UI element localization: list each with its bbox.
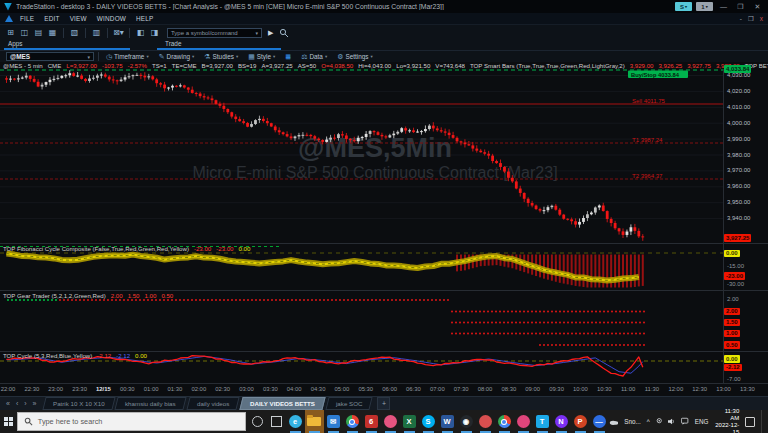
start-button[interactable] (0, 410, 17, 433)
onedrive-cloud-icon[interactable] (609, 418, 619, 426)
excel-icon[interactable]: X (400, 410, 419, 433)
powerpoint-icon[interactable]: P (571, 410, 590, 433)
prev-workspace-button[interactable]: ‹ (14, 400, 20, 407)
settings-icon: ⚙ (337, 53, 343, 61)
tray-chevron[interactable]: ^ (647, 418, 650, 425)
studies-button[interactable]: ⚗Studies▾ (201, 53, 241, 61)
menu-view[interactable]: VIEW (65, 15, 92, 22)
symbol-link-badge-s[interactable]: S▾ (675, 2, 692, 11)
app-blue-icon[interactable]: — (590, 410, 609, 433)
balance-icon[interactable]: ◨ (149, 28, 160, 37)
maps-icon[interactable]: ◉ (457, 410, 476, 433)
clock[interactable]: 11:30 AM 2022-12-15 (714, 408, 739, 433)
save-workspace-icon[interactable]: ▦ (47, 28, 58, 37)
data-button[interactable]: ⚖Data▾ (298, 53, 330, 61)
skype-icon[interactable]: S (419, 410, 438, 433)
first-workspace-button[interactable]: « (4, 400, 12, 407)
chrome-2-icon[interactable] (495, 410, 514, 433)
style-button[interactable]: ▦Style▾ (245, 53, 278, 61)
new-window-icon[interactable]: ⊞ (5, 28, 16, 37)
indicator-label-segment: 1.00 (145, 292, 157, 299)
onedrive-status-text[interactable]: Sno... (624, 418, 640, 425)
workspace-tab-patrik-10-x-10-x10[interactable]: Patrik 10 X 10 X10 (42, 397, 115, 410)
workspace-tab-daily-videos[interactable]: daily videos (186, 397, 240, 410)
time-tick: 03:30 (257, 386, 283, 392)
timeframe-label: Timeframe (114, 53, 144, 60)
task-view-icon[interactable] (267, 410, 286, 433)
cortana-icon[interactable] (248, 410, 267, 433)
symbol-link-badge-1[interactable]: 1▾ (696, 2, 713, 11)
indicator-label-segment: TOP Gear Trader (5,2,1,2,Green,Red) (3, 292, 106, 299)
menu-help[interactable]: HELP (131, 15, 159, 22)
price-badge: 1.50 (724, 319, 740, 327)
chevron-down-icon: ▾ (371, 54, 373, 59)
app-brain-icon[interactable] (476, 410, 495, 433)
app-purple-icon[interactable]: N (552, 410, 571, 433)
mail-icon[interactable]: ✉ (324, 410, 343, 433)
price-tick: 3,960.00 (727, 183, 750, 190)
print-icon[interactable]: ▥ (91, 28, 102, 37)
group-label-apps[interactable]: Apps (8, 40, 23, 47)
toolbar-group-row: Apps Trade (0, 40, 768, 50)
price-chart[interactable]: @MES,5MinMicro E-mini S&P 500 Continuous… (0, 69, 768, 396)
app-magenta-icon[interactable] (514, 410, 533, 433)
file-explorer-icon[interactable] (305, 410, 324, 433)
new-chart-icon[interactable]: ▧ (69, 28, 80, 37)
search-icon[interactable] (279, 28, 289, 38)
run-command-button[interactable]: ▶ (268, 29, 273, 37)
volume-icon[interactable] (668, 417, 675, 426)
app-red-icon[interactable]: 6 (362, 410, 381, 433)
price-axis[interactable]: 4,030.004,020.004,010.004,000.003,990.00… (723, 0, 768, 396)
show-desktop-button[interactable] (761, 410, 764, 433)
symbol-selector[interactable]: @MES ▾ (6, 52, 94, 61)
time-tick: 06:30 (400, 386, 426, 392)
chevron-down-icon: ▾ (236, 54, 238, 59)
word-icon[interactable]: W (438, 410, 457, 433)
time-axis[interactable]: 22:0022:3023:0023:3012/1500:3001:0001:30… (0, 384, 768, 396)
tradestation-icon[interactable]: T (533, 410, 552, 433)
add-workspace-button[interactable]: + (377, 397, 390, 410)
drawing-button[interactable]: ✎Drawing▾ (156, 53, 198, 61)
chrome-icon[interactable] (343, 410, 362, 433)
time-tick: 06:00 (377, 386, 403, 392)
symbol-command-input[interactable]: Type a symbol/command ▾ (167, 28, 262, 38)
next-workspace-button[interactable]: › (22, 400, 28, 407)
title-bar: TradeStation - desktop 3 - DAILY VIDEOS … (0, 0, 768, 13)
location-icon[interactable] (656, 417, 662, 426)
workspace-tab-jake-soc[interactable]: jake SOC (325, 397, 373, 410)
menu-file[interactable]: FILE (15, 15, 39, 22)
language-indicator[interactable]: ENG (695, 418, 709, 425)
restore-window-icon[interactable]: ◫ (19, 28, 30, 37)
time-tick: 12:00 (663, 386, 689, 392)
settings-button[interactable]: ⚙Settings▾ (334, 53, 376, 61)
menu-window[interactable]: WINDOW (92, 15, 131, 22)
app-pink-icon[interactable] (381, 410, 400, 433)
indicator-label-segment: 0.00 (239, 245, 251, 252)
gear-trader-panel-label: TOP Gear Trader (5,2,1,2,Green,Red)2.001… (3, 292, 173, 299)
chat-icon[interactable] (681, 417, 688, 426)
layout-button[interactable]: ≣ (282, 53, 294, 61)
last-workspace-button[interactable]: » (31, 400, 39, 407)
timeframe-button[interactable]: ◷Timeframe▾ (103, 53, 152, 61)
style-icon: ▦ (248, 53, 255, 61)
notification-center-icon[interactable] (745, 417, 754, 427)
workspace-tab-daily-videos-betts[interactable]: DAILY VIDEOS BETTS (239, 397, 325, 410)
workspace-tab-label: DAILY VIDEOS BETTS (250, 400, 315, 407)
lock-icon[interactable]: ⊠▾ (113, 28, 124, 37)
data-icon: ⚖ (301, 53, 307, 61)
time-tick: 07:00 (424, 386, 450, 392)
taskbar-search-input[interactable]: Type here to search (17, 412, 246, 431)
edge-icon[interactable]: e (286, 410, 305, 433)
link-windows-icon[interactable]: ◧ (135, 28, 146, 37)
chart-toolbar: @MES ▾ ◷Timeframe▾✎Drawing▾⚗Studies▾▦Sty… (0, 50, 768, 62)
open-workspace-icon[interactable]: ▤ (33, 28, 44, 37)
time-tick: 11:00 (615, 386, 641, 392)
price-badge: 0.50 (724, 341, 740, 349)
cycle-panel-label: TOP Cycle (5,3,Red,Blue,Yellow)-2.12-2.1… (3, 352, 147, 359)
info-segment: AS=50 (298, 62, 316, 69)
price-tick: 4,000.00 (727, 120, 750, 127)
workspace-tab-khamsiu-daily-bias[interactable]: khamsiu daily bias (114, 397, 186, 410)
info-segment: Hi=4,043.00 (358, 62, 391, 69)
group-label-trade[interactable]: Trade (165, 40, 181, 47)
menu-edit[interactable]: EDIT (39, 15, 64, 22)
